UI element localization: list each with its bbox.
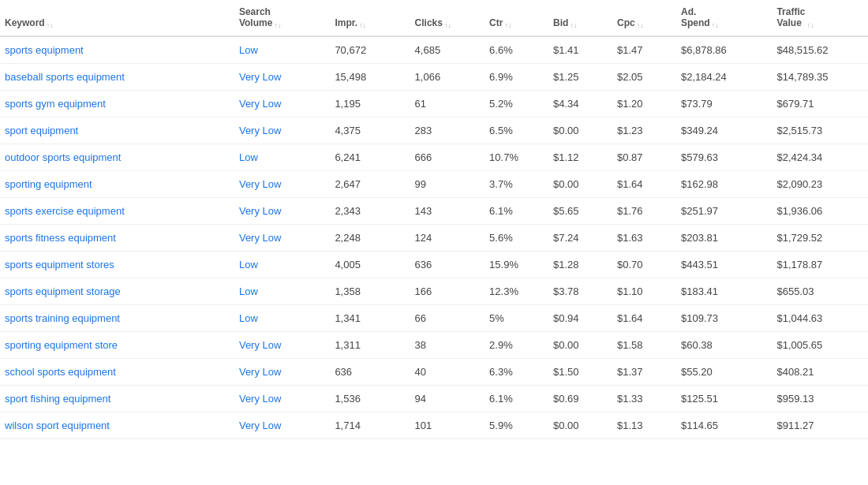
cpc-cell: $1.47 xyxy=(612,36,676,64)
traffic-value-cell: $48,515.62 xyxy=(772,36,868,64)
sort-icon-ctr[interactable]: ↑↓ xyxy=(504,21,511,29)
bid-cell: $5.65 xyxy=(548,197,612,224)
traffic-value-cell: $1,044.63 xyxy=(772,304,868,331)
traffic-value-cell: $1,005.65 xyxy=(772,331,868,358)
keyword-link[interactable]: sport fishing equipment xyxy=(5,393,110,405)
impr-cell: 2,647 xyxy=(330,170,410,197)
clicks-cell: 101 xyxy=(410,412,485,438)
impr-cell: 2,343 xyxy=(330,197,410,224)
sort-icon-search-volume[interactable]: ↑↓ xyxy=(274,21,281,29)
search-volume-cell: Very Low xyxy=(234,90,330,117)
keyword-link[interactable]: sporting equipment xyxy=(5,178,92,190)
ctr-cell: 6.1% xyxy=(485,197,548,224)
ctr-cell: 12.3% xyxy=(485,278,548,304)
impr-cell: 70,672 xyxy=(330,36,410,64)
keyword-link[interactable]: sports gym equipment xyxy=(5,98,106,110)
ctr-cell: 10.7% xyxy=(485,144,548,170)
keyword-link[interactable]: sports fitness equipment xyxy=(5,232,116,244)
sort-icon-traffic-value[interactable]: ↑↓ xyxy=(806,21,814,29)
th-bid: Bid ↑↓ xyxy=(548,0,612,36)
clicks-cell: 66 xyxy=(410,304,485,331)
table-row: baseball sports equipmentVery Low15,4981… xyxy=(0,63,868,90)
traffic-value-cell: $1,936.06 xyxy=(772,197,868,224)
keyword-cell: sports exercise equipment xyxy=(0,197,234,224)
cpc-cell: $1.33 xyxy=(612,385,676,412)
th-cpc: Cpc ↑↓ xyxy=(612,0,676,36)
th-impr: Impr. ↑↓ xyxy=(330,0,410,36)
keyword-link[interactable]: sports equipment stores xyxy=(5,259,114,270)
keyword-cell: wilson sport equipment xyxy=(0,412,234,438)
th-traffic-value: TrafficValue ↑↓ xyxy=(772,0,868,36)
keyword-cell: sport fishing equipment xyxy=(0,385,234,412)
search-volume-cell: Very Low xyxy=(234,358,330,385)
table-row: sports equipmentLow70,6724,6856.6%$1.41$… xyxy=(0,36,868,64)
keyword-link[interactable]: wilson sport equipment xyxy=(5,420,110,431)
table-row: outdoor sports equipmentLow6,24166610.7%… xyxy=(0,144,868,170)
bid-cell: $0.00 xyxy=(548,331,612,358)
bid-cell: $1.50 xyxy=(548,358,612,385)
keyword-link[interactable]: sports training equipment xyxy=(5,312,120,324)
bid-cell: $7.24 xyxy=(548,224,612,251)
keyword-table: Keyword ↑↓ SearchVolume ↑↓ Impr. ↑↓ xyxy=(0,0,868,439)
keyword-link[interactable]: sports equipment xyxy=(5,44,84,56)
impr-cell: 1,714 xyxy=(330,412,410,438)
ad-spend-cell: $251.97 xyxy=(676,197,772,224)
keyword-link[interactable]: school sports equipment xyxy=(5,366,116,378)
sort-icon-cpc[interactable]: ↑↓ xyxy=(637,21,644,29)
ctr-cell: 6.5% xyxy=(485,117,548,144)
ad-spend-cell: $579.63 xyxy=(676,144,772,170)
table-row: sport fishing equipmentVery Low1,536946.… xyxy=(0,385,868,412)
search-volume-cell: Very Low xyxy=(234,385,330,412)
ad-spend-cell: $109.73 xyxy=(676,304,772,331)
table-row: sports gym equipmentVery Low1,195615.2%$… xyxy=(0,90,868,117)
traffic-value-cell: $655.03 xyxy=(772,278,868,304)
traffic-value-cell: $679.71 xyxy=(772,90,868,117)
keyword-link[interactable]: sports equipment storage xyxy=(5,285,121,297)
sort-icon-ad-spend[interactable]: ↑↓ xyxy=(712,21,719,29)
impr-cell: 1,311 xyxy=(330,331,410,358)
keyword-cell: sports equipment stores xyxy=(0,251,234,278)
clicks-cell: 4,685 xyxy=(410,36,485,64)
keyword-cell: sporting equipment xyxy=(0,170,234,197)
bid-cell: $0.00 xyxy=(548,170,612,197)
impr-cell: 1,341 xyxy=(330,304,410,331)
search-volume-cell: Low xyxy=(234,278,330,304)
bid-cell: $1.12 xyxy=(548,144,612,170)
keyword-cell: sports equipment storage xyxy=(0,278,234,304)
clicks-cell: 124 xyxy=(410,224,485,251)
keyword-link[interactable]: sports exercise equipment xyxy=(5,205,125,217)
th-ctr: Ctr ↑↓ xyxy=(485,0,548,36)
impr-cell: 2,248 xyxy=(330,224,410,251)
traffic-value-cell: $408.21 xyxy=(772,358,868,385)
table-row: sport equipmentVery Low4,3752836.5%$0.00… xyxy=(0,117,868,144)
cpc-cell: $1.20 xyxy=(612,90,676,117)
sort-icon-keyword[interactable]: ↑↓ xyxy=(47,21,54,29)
table-row: sporting equipment storeVery Low1,311382… xyxy=(0,331,868,358)
table-row: school sports equipmentVery Low636406.3%… xyxy=(0,358,868,385)
cpc-cell: $1.37 xyxy=(612,358,676,385)
search-volume-cell: Very Low xyxy=(234,412,330,438)
traffic-value-cell: $2,090.23 xyxy=(772,170,868,197)
traffic-value-cell: $1,178.87 xyxy=(772,251,868,278)
search-volume-cell: Very Low xyxy=(234,170,330,197)
table-row: sports exercise equipmentVery Low2,34314… xyxy=(0,197,868,224)
search-volume-cell: Low xyxy=(234,36,330,64)
keyword-link[interactable]: sporting equipment store xyxy=(5,339,118,351)
keyword-link[interactable]: outdoor sports equipment xyxy=(5,151,121,163)
ctr-cell: 6.1% xyxy=(485,385,548,412)
traffic-value-cell: $911.27 xyxy=(772,412,868,438)
ad-spend-cell: $6,878.86 xyxy=(676,36,772,64)
bid-cell: $0.69 xyxy=(548,385,612,412)
cpc-cell: $1.64 xyxy=(612,170,676,197)
keyword-cell: baseball sports equipment xyxy=(0,63,234,90)
sort-icon-bid[interactable]: ↑↓ xyxy=(570,21,577,29)
keyword-link[interactable]: baseball sports equipment xyxy=(5,71,125,83)
clicks-cell: 61 xyxy=(410,90,485,117)
sort-icon-impr[interactable]: ↑↓ xyxy=(359,21,366,29)
ad-spend-cell: $183.41 xyxy=(676,278,772,304)
cpc-cell: $0.70 xyxy=(612,251,676,278)
search-volume-cell: Low xyxy=(234,304,330,331)
keyword-link[interactable]: sport equipment xyxy=(5,125,78,136)
keyword-cell: sports training equipment xyxy=(0,304,234,331)
sort-icon-clicks[interactable]: ↑↓ xyxy=(444,21,451,29)
